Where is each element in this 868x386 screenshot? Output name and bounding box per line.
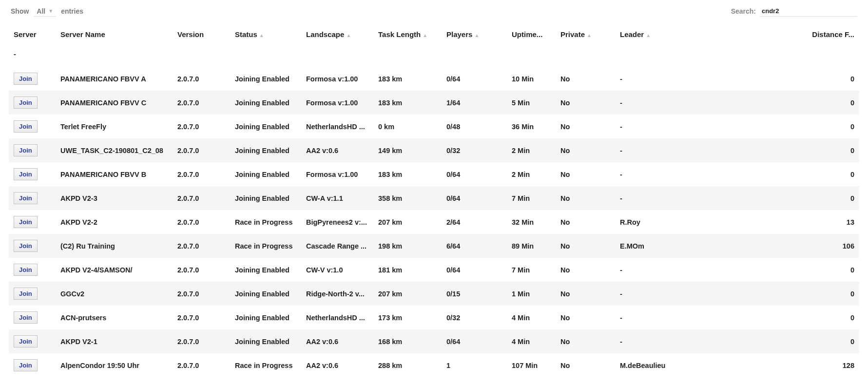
join-button[interactable]: Join bbox=[14, 144, 38, 156]
join-button[interactable]: Join bbox=[14, 96, 38, 109]
col-players[interactable]: Players▲ bbox=[442, 21, 507, 45]
join-button[interactable]: Join bbox=[14, 359, 38, 371]
table-row: JoinAKPD V2-4/SAMSON/2.0.7.0Joining Enab… bbox=[9, 258, 859, 282]
cell-uptime: 36 Min bbox=[507, 115, 556, 138]
search-input[interactable] bbox=[760, 6, 857, 17]
table-row: Join(C2) Ru Training2.0.7.0Race in Progr… bbox=[9, 234, 859, 258]
sort-up-icon: ▲ bbox=[646, 33, 651, 38]
cell-status: Race in Progress bbox=[230, 210, 301, 234]
cell-leader: - bbox=[615, 138, 708, 162]
col-uptime[interactable]: Uptime... bbox=[507, 21, 556, 45]
cell-distance: 0 bbox=[708, 162, 859, 186]
cell-landscape: CW-A v:1.1 bbox=[301, 186, 373, 210]
join-button[interactable]: Join bbox=[14, 168, 38, 180]
cell-uptime: 10 Min bbox=[507, 67, 556, 91]
cell-task-length: 183 km bbox=[373, 91, 442, 115]
cell-server-name: PANAMERICANO FBVV C bbox=[56, 91, 173, 115]
cell-landscape: Formosa v:1.00 bbox=[301, 91, 373, 115]
join-button[interactable]: Join bbox=[14, 73, 38, 85]
cell-server-name: (C2) Ru Training bbox=[56, 234, 173, 258]
cell-status: Joining Enabled bbox=[230, 329, 301, 353]
cell-server-name: Terlet FreeFly bbox=[56, 115, 173, 138]
col-leader[interactable]: Leader▲ bbox=[615, 21, 708, 45]
cell-version: 2.0.7.0 bbox=[173, 306, 230, 329]
col-task-length[interactable]: Task Length▲ bbox=[373, 21, 442, 45]
cell-version: 2.0.7.0 bbox=[173, 234, 230, 258]
cell-version: 2.0.7.0 bbox=[173, 115, 230, 138]
cell-uptime: 107 Min bbox=[507, 353, 556, 377]
cell-uptime: 7 Min bbox=[507, 186, 556, 210]
cell-players: 2/64 bbox=[442, 210, 507, 234]
join-button[interactable]: Join bbox=[14, 311, 38, 324]
sort-up-icon: ▲ bbox=[423, 33, 427, 38]
col-server-name[interactable]: Server Name bbox=[56, 21, 173, 45]
cell-version: 2.0.7.0 bbox=[173, 353, 230, 377]
entries-select[interactable]: All ▼ bbox=[34, 6, 56, 17]
cell-status: Race in Progress bbox=[230, 234, 301, 258]
cell-private: No bbox=[556, 282, 615, 306]
cell-status: Joining Enabled bbox=[230, 186, 301, 210]
cell-private: No bbox=[556, 329, 615, 353]
cell-task-length: 207 km bbox=[373, 210, 442, 234]
cell-leader: E.MOm bbox=[615, 234, 708, 258]
cell-private: No bbox=[556, 115, 615, 138]
cell-players: 0/64 bbox=[442, 186, 507, 210]
cell-server-name: GGCv2 bbox=[56, 282, 173, 306]
cell-task-length: 198 km bbox=[373, 234, 442, 258]
cell-distance: 0 bbox=[708, 67, 859, 91]
cell-private: No bbox=[556, 210, 615, 234]
cell-landscape: Formosa v:1.00 bbox=[301, 67, 373, 91]
cell-version: 2.0.7.0 bbox=[173, 67, 230, 91]
cell-status: Joining Enabled bbox=[230, 91, 301, 115]
cell-task-length: 173 km bbox=[373, 306, 442, 329]
table-row: JoinPANAMERICANO FBVV B2.0.7.0Joining En… bbox=[9, 162, 859, 186]
search-control: Search: bbox=[731, 6, 857, 17]
cell-landscape: AA2 v:0.6 bbox=[301, 329, 373, 353]
cell-leader: - bbox=[615, 162, 708, 186]
cell-leader: - bbox=[615, 329, 708, 353]
cell-distance: 0 bbox=[708, 329, 859, 353]
col-version[interactable]: Version bbox=[173, 21, 230, 45]
join-button[interactable]: Join bbox=[14, 216, 38, 228]
cell-private: No bbox=[556, 186, 615, 210]
cell-distance: 0 bbox=[708, 258, 859, 282]
filter-row: - bbox=[9, 45, 859, 67]
cell-status: Joining Enabled bbox=[230, 115, 301, 138]
join-button[interactable]: Join bbox=[14, 240, 38, 252]
table-row: JoinPANAMERICANO FBVV A2.0.7.0Joining En… bbox=[9, 67, 859, 91]
table-body: - JoinPANAMERICANO FBVV A2.0.7.0Joining … bbox=[9, 45, 859, 377]
col-status[interactable]: Status▲ bbox=[230, 21, 301, 45]
table-row: JoinUWE_TASK_C2-190801_C2_082.0.7.0Joini… bbox=[9, 138, 859, 162]
col-landscape[interactable]: Landscape▲ bbox=[301, 21, 373, 45]
cell-players: 1 bbox=[442, 353, 507, 377]
join-button[interactable]: Join bbox=[14, 120, 38, 133]
cell-landscape: NetherlandsHD ... bbox=[301, 115, 373, 138]
cell-server-name: AKPD V2-2 bbox=[56, 210, 173, 234]
join-button[interactable]: Join bbox=[14, 335, 38, 347]
col-private[interactable]: Private▲ bbox=[556, 21, 615, 45]
join-button[interactable]: Join bbox=[14, 192, 38, 204]
cell-distance: 0 bbox=[708, 138, 859, 162]
cell-private: No bbox=[556, 91, 615, 115]
cell-server-name: PANAMERICANO FBVV A bbox=[56, 67, 173, 91]
join-button[interactable]: Join bbox=[14, 288, 38, 300]
cell-private: No bbox=[556, 306, 615, 329]
cell-task-length: 181 km bbox=[373, 258, 442, 282]
col-server[interactable]: Server bbox=[9, 21, 56, 45]
cell-status: Joining Enabled bbox=[230, 67, 301, 91]
cell-players: 0/64 bbox=[442, 329, 507, 353]
cell-players: 0/64 bbox=[442, 67, 507, 91]
cell-task-length: 207 km bbox=[373, 282, 442, 306]
cell-landscape: Cascade Range ... bbox=[301, 234, 373, 258]
cell-uptime: 32 Min bbox=[507, 210, 556, 234]
join-button[interactable]: Join bbox=[14, 264, 38, 276]
cell-landscape: NetherlandsHD ... bbox=[301, 306, 373, 329]
table-controls: Show All ▼ entries Search: bbox=[9, 6, 859, 21]
cell-task-length: 0 km bbox=[373, 115, 442, 138]
col-distance[interactable]: Distance F... bbox=[708, 21, 859, 45]
cell-private: No bbox=[556, 67, 615, 91]
cell-uptime: 5 Min bbox=[507, 91, 556, 115]
cell-version: 2.0.7.0 bbox=[173, 162, 230, 186]
cell-players: 6/64 bbox=[442, 234, 507, 258]
cell-leader: - bbox=[615, 115, 708, 138]
